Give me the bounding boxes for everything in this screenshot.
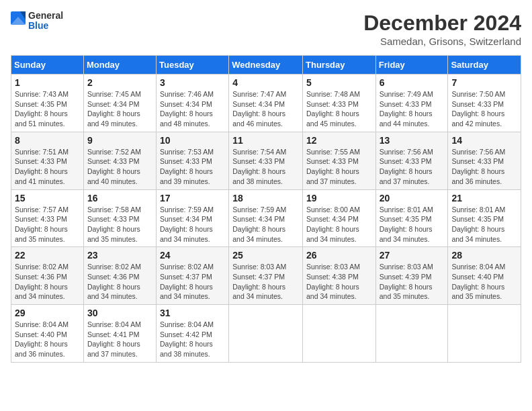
day-number: 30 (87, 308, 152, 318)
day-number: 1 (15, 77, 80, 88)
sunrise-label: Sunrise: 8:04 AM (160, 320, 214, 328)
day-number: 16 (87, 193, 152, 203)
sunrise-label: Sunrise: 7:56 AM (451, 148, 505, 156)
daylight-label: Daylight: 8 hours and 35 minutes. (451, 283, 504, 301)
logo-general: General (28, 11, 63, 21)
day-number: 20 (380, 193, 445, 203)
day-number: 24 (160, 250, 225, 261)
daylight-label: Daylight: 8 hours and 34 minutes. (160, 283, 213, 301)
daylight-label: Daylight: 8 hours and 34 minutes. (15, 283, 68, 301)
sunset-label: Sunset: 4:34 PM (160, 100, 212, 108)
daylight-label: Daylight: 8 hours and 35 minutes. (15, 225, 68, 243)
day-number: 2 (87, 77, 152, 88)
daylight-label: Daylight: 8 hours and 34 minutes. (160, 225, 213, 243)
daylight-label: Daylight: 8 hours and 41 minutes. (15, 167, 68, 185)
day-number: 27 (380, 250, 445, 261)
calendar-cell: 23 Sunrise: 8:02 AM Sunset: 4:36 PM Dayl… (83, 247, 156, 305)
logo-blue: Blue (28, 21, 63, 31)
calendar-cell: 4 Sunrise: 7:47 AM Sunset: 4:34 PM Dayli… (229, 75, 303, 132)
header-sunday: Sunday (11, 56, 84, 75)
header-saturday: Saturday (448, 56, 521, 75)
day-number: 3 (160, 77, 225, 88)
calendar-cell: 20 Sunrise: 8:01 AM Sunset: 4:35 PM Dayl… (375, 189, 448, 247)
calendar-cell: 19 Sunrise: 8:00 AM Sunset: 4:34 PM Dayl… (303, 189, 376, 247)
sunrise-label: Sunrise: 7:49 AM (380, 90, 433, 98)
location: Samedan, Grisons, Switzerland (363, 36, 521, 47)
day-info: Sunrise: 7:53 AM Sunset: 4:33 PM Dayligh… (160, 147, 225, 187)
day-info: Sunrise: 8:01 AM Sunset: 4:35 PM Dayligh… (451, 205, 517, 244)
daylight-label: Daylight: 8 hours and 42 minutes. (451, 109, 504, 128)
day-info: Sunrise: 7:49 AM Sunset: 4:33 PM Dayligh… (380, 89, 445, 129)
header-monday: Monday (83, 56, 156, 75)
day-number: 28 (451, 250, 517, 261)
day-number: 8 (15, 135, 80, 146)
sunrise-label: Sunrise: 8:03 AM (380, 263, 433, 271)
daylight-label: Daylight: 8 hours and 34 minutes. (306, 225, 359, 243)
sunrise-label: Sunrise: 8:04 AM (15, 320, 69, 328)
day-info: Sunrise: 7:54 AM Sunset: 4:33 PM Dayligh… (232, 147, 299, 187)
daylight-label: Daylight: 8 hours and 51 minutes. (15, 109, 68, 128)
calendar-cell: 27 Sunrise: 8:03 AM Sunset: 4:39 PM Dayl… (375, 247, 448, 305)
sunset-label: Sunset: 4:33 PM (306, 157, 359, 165)
sunset-label: Sunset: 4:33 PM (380, 157, 432, 165)
day-number: 12 (306, 135, 372, 146)
day-info: Sunrise: 8:03 AM Sunset: 4:39 PM Dayligh… (380, 262, 445, 302)
day-info: Sunrise: 7:56 AM Sunset: 4:33 PM Dayligh… (380, 147, 445, 187)
sunrise-label: Sunrise: 7:51 AM (15, 148, 69, 156)
calendar-cell: 2 Sunrise: 7:45 AM Sunset: 4:34 PM Dayli… (83, 75, 156, 132)
header-thursday: Thursday (303, 56, 376, 75)
calendar-week-row: 29 Sunrise: 8:04 AM Sunset: 4:40 PM Dayl… (11, 305, 521, 363)
day-info: Sunrise: 8:04 AM Sunset: 4:40 PM Dayligh… (15, 320, 80, 359)
day-number: 15 (15, 193, 80, 203)
sunrise-label: Sunrise: 7:59 AM (160, 205, 214, 214)
sunrise-label: Sunrise: 8:02 AM (87, 263, 141, 271)
calendar-cell: 6 Sunrise: 7:49 AM Sunset: 4:33 PM Dayli… (375, 75, 448, 132)
calendar-cell: 28 Sunrise: 8:04 AM Sunset: 4:40 PM Dayl… (448, 247, 521, 305)
day-number: 7 (451, 77, 517, 88)
sunrise-label: Sunrise: 8:04 AM (87, 320, 141, 328)
calendar-cell: 1 Sunrise: 7:43 AM Sunset: 4:35 PM Dayli… (11, 75, 84, 132)
day-info: Sunrise: 7:55 AM Sunset: 4:33 PM Dayligh… (306, 147, 372, 187)
logo-text: General Blue (28, 11, 63, 32)
sunrise-label: Sunrise: 7:52 AM (87, 148, 141, 156)
sunset-label: Sunset: 4:34 PM (232, 215, 285, 223)
header-wednesday: Wednesday (229, 56, 303, 75)
day-info: Sunrise: 8:04 AM Sunset: 4:41 PM Dayligh… (87, 320, 152, 359)
sunset-label: Sunset: 4:41 PM (87, 330, 140, 338)
sunrise-label: Sunrise: 7:50 AM (451, 90, 505, 98)
sunrise-label: Sunrise: 7:46 AM (160, 90, 214, 98)
sunset-label: Sunset: 4:33 PM (160, 157, 212, 165)
calendar-cell (448, 305, 521, 363)
calendar-cell: 10 Sunrise: 7:53 AM Sunset: 4:33 PM Dayl… (157, 132, 229, 189)
calendar-cell: 9 Sunrise: 7:52 AM Sunset: 4:33 PM Dayli… (83, 132, 156, 189)
day-info: Sunrise: 7:47 AM Sunset: 4:34 PM Dayligh… (232, 89, 299, 129)
sunrise-label: Sunrise: 7:53 AM (160, 148, 214, 156)
calendar-cell: 22 Sunrise: 8:02 AM Sunset: 4:36 PM Dayl… (11, 247, 84, 305)
sunset-label: Sunset: 4:34 PM (87, 100, 140, 108)
daylight-label: Daylight: 8 hours and 44 minutes. (380, 109, 433, 128)
calendar-cell (229, 305, 303, 363)
sunset-label: Sunset: 4:37 PM (160, 273, 212, 281)
day-info: Sunrise: 8:03 AM Sunset: 4:37 PM Dayligh… (232, 262, 299, 302)
calendar-cell: 3 Sunrise: 7:46 AM Sunset: 4:34 PM Dayli… (157, 75, 229, 132)
calendar-cell: 16 Sunrise: 7:58 AM Sunset: 4:33 PM Dayl… (83, 189, 156, 247)
calendar-cell: 12 Sunrise: 7:55 AM Sunset: 4:33 PM Dayl… (303, 132, 376, 189)
sunrise-label: Sunrise: 8:03 AM (232, 263, 286, 271)
sunrise-label: Sunrise: 8:03 AM (306, 263, 360, 271)
sunrise-label: Sunrise: 7:58 AM (87, 205, 141, 214)
daylight-label: Daylight: 8 hours and 36 minutes. (451, 167, 504, 185)
logo-icon (11, 11, 26, 30)
calendar-week-row: 15 Sunrise: 7:57 AM Sunset: 4:33 PM Dayl… (11, 189, 521, 247)
daylight-label: Daylight: 8 hours and 34 minutes. (451, 225, 504, 243)
calendar-cell: 31 Sunrise: 8:04 AM Sunset: 4:42 PM Dayl… (157, 305, 229, 363)
day-number: 25 (232, 250, 299, 261)
daylight-label: Daylight: 8 hours and 40 minutes. (87, 167, 140, 185)
calendar-cell: 18 Sunrise: 7:59 AM Sunset: 4:34 PM Dayl… (229, 189, 303, 247)
sunrise-label: Sunrise: 7:48 AM (306, 90, 360, 98)
month-title: December 2024 (363, 11, 521, 36)
sunset-label: Sunset: 4:36 PM (87, 273, 140, 281)
day-info: Sunrise: 8:04 AM Sunset: 4:42 PM Dayligh… (160, 320, 225, 359)
calendar-cell: 17 Sunrise: 7:59 AM Sunset: 4:34 PM Dayl… (157, 189, 229, 247)
sunset-label: Sunset: 4:35 PM (380, 215, 432, 223)
header-friday: Friday (375, 56, 448, 75)
